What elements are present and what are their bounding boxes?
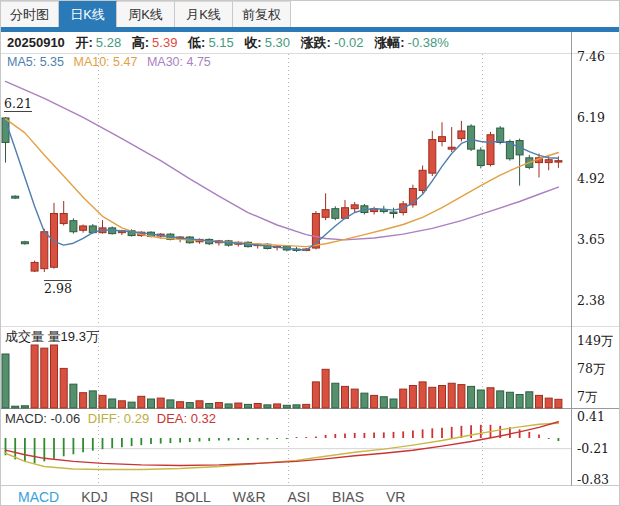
- period-high-annotation: 6.21: [4, 97, 32, 112]
- price-tick-3: 4.92: [577, 172, 605, 186]
- change-pct-value: -0.38%: [408, 35, 449, 50]
- low-value: 5.15: [208, 35, 233, 50]
- volume-tick-3: 7万: [577, 390, 597, 404]
- indicator-tabbar: MACD KDJ RSI BOLL W&R ASI BIAS VR: [1, 486, 620, 506]
- diff-value-label: DIFF: 0.29: [88, 411, 149, 426]
- macd-tick-1: 0.41: [577, 410, 605, 424]
- volume-tick-1: 149万: [577, 334, 613, 348]
- indicator-tab-asi[interactable]: ASI: [288, 489, 311, 505]
- period-low-annotation: 2.98: [44, 280, 72, 295]
- macd-value-label: MACD: -0.06: [5, 411, 80, 426]
- tab-monthly-kline[interactable]: 月K线: [175, 1, 233, 28]
- dea-value-label: DEA: 0.32: [157, 411, 216, 426]
- price-tick-4: 3.65: [577, 233, 605, 247]
- volume-label: 成交量 量19.3万: [5, 328, 99, 346]
- macd-tick-2: -0.21: [577, 442, 609, 456]
- ma10-legend: MA10: 5.47: [73, 55, 137, 69]
- ma-legend: MA5: 5.35 MA10: 5.47 MA30: 4.75: [7, 55, 217, 69]
- ma5-legend: MA5: 5.35: [7, 55, 64, 69]
- tab-weekly-kline[interactable]: 周K线: [117, 1, 175, 28]
- high-label: 高:: [132, 35, 149, 50]
- tab-time-sharing[interactable]: 分时图: [1, 1, 59, 28]
- change-pct-label: 涨幅:: [374, 35, 404, 50]
- indicator-tab-kdj[interactable]: KDJ: [81, 489, 107, 505]
- open-value: 5.28: [96, 35, 121, 50]
- price-tick-1: 7.46: [577, 50, 605, 64]
- high-value: 5.39: [152, 35, 177, 50]
- indicator-tab-macd[interactable]: MACD: [18, 489, 59, 505]
- indicator-tab-vr[interactable]: VR: [386, 489, 405, 505]
- open-label: 开:: [75, 35, 92, 50]
- volume-tick-2: 78万: [577, 362, 605, 376]
- trade-date: 20250910: [7, 35, 65, 50]
- change-label: 涨跌:: [301, 35, 331, 50]
- close-value: 5.30: [265, 35, 290, 50]
- kline-app-window: 分时图 日K线 周K线 月K线 前复权 20250910 开:5.28 高:5.…: [0, 0, 620, 506]
- ma30-legend: MA30: 4.75: [147, 55, 211, 69]
- tab-daily-kline[interactable]: 日K线: [59, 1, 117, 28]
- indicator-tab-rsi[interactable]: RSI: [130, 489, 153, 505]
- change-value: -0.02: [334, 35, 364, 50]
- macd-tick-3: -0.83: [577, 473, 609, 487]
- price-tick-5: 2.38: [577, 294, 605, 308]
- kline-chart-canvas[interactable]: [1, 1, 620, 506]
- ohlc-header: 20250910 开:5.28 高:5.39 低:5.15 收:5.30 涨跌:…: [1, 32, 620, 53]
- indicator-tab-bias[interactable]: BIAS: [332, 489, 364, 505]
- chart-type-tabbar: 分时图 日K线 周K线 月K线 前复权: [1, 1, 620, 27]
- macd-legend: MACD: -0.06 DIFF: 0.29 DEA: 0.32: [5, 411, 220, 426]
- indicator-tab-wr[interactable]: W&R: [233, 489, 266, 505]
- close-label: 收:: [244, 35, 261, 50]
- tab-forward-adjusted[interactable]: 前复权: [233, 1, 291, 28]
- low-label: 低:: [188, 35, 205, 50]
- price-tick-2: 6.19: [577, 111, 605, 125]
- indicator-tab-boll[interactable]: BOLL: [175, 489, 211, 505]
